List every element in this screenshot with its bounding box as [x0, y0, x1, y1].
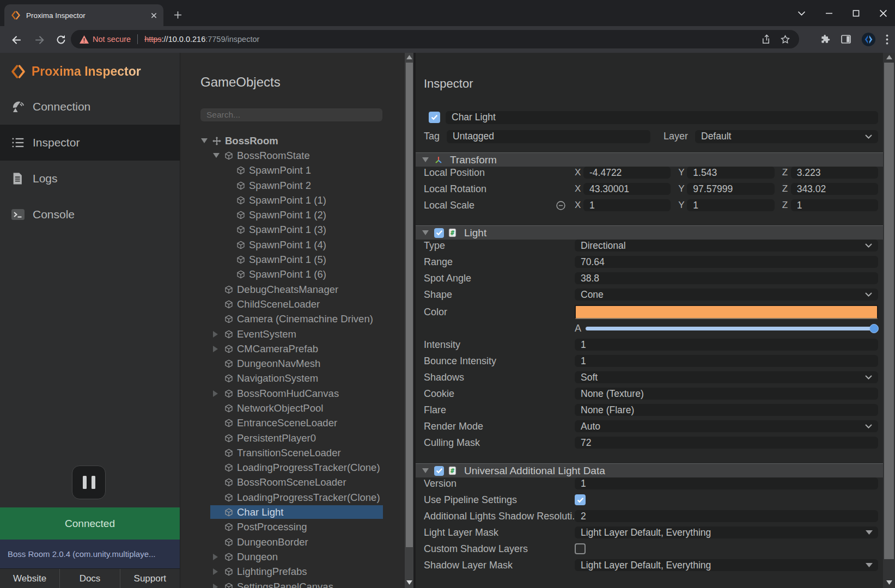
collapse-arrow-icon[interactable] — [213, 568, 224, 575]
tag-field[interactable]: Untagged — [447, 130, 650, 143]
tree-item-networkobjectpool[interactable]: NetworkObjectPool — [180, 401, 405, 415]
tree-item-settingspanelcanvas[interactable]: SettingsPanelCanvas — [180, 579, 405, 588]
tree-item-spawnpoint-2[interactable]: SpawnPoint 2 — [180, 178, 405, 193]
tree-scrollbar[interactable] — [405, 53, 414, 588]
collapse-arrow-icon[interactable] — [213, 331, 224, 338]
tree-item-loadingprogresstracker-clone[interactable]: LoadingProgressTracker(Clone) — [180, 461, 405, 475]
scroll-down-icon[interactable] — [405, 580, 414, 585]
layer-select[interactable]: Default — [695, 130, 878, 143]
window-maximize-button[interactable] — [853, 10, 860, 17]
tree-item-loadingprogresstracker-clone[interactable]: LoadingProgressTracker(Clone) — [180, 490, 405, 505]
value-field[interactable]: 72 — [575, 437, 878, 449]
value-field[interactable]: 70.64 — [575, 256, 878, 268]
tree-item-entrancesceneloader[interactable]: EntranceSceneLoader — [180, 416, 405, 431]
tree-item-childsceneloader[interactable]: ChildSceneLoader — [180, 297, 405, 311]
value-select[interactable]: Directional — [575, 240, 878, 252]
new-tab-button[interactable] — [170, 7, 185, 22]
extension-avatar-icon[interactable] — [861, 32, 876, 47]
tree-item-spawnpoint-1-3[interactable]: SpawnPoint 1 (3) — [180, 223, 405, 237]
axis-field-x[interactable]: 43.30001 — [583, 183, 671, 195]
value-field[interactable]: None (Flare) — [575, 404, 878, 416]
tab-close-icon[interactable] — [151, 13, 157, 19]
value-field[interactable]: 1 — [575, 477, 878, 489]
axis-field-y[interactable]: 1 — [687, 199, 774, 211]
property-checkbox[interactable] — [575, 543, 586, 554]
window-close-button[interactable] — [879, 9, 887, 17]
axis-field-z[interactable]: 3.223 — [791, 167, 878, 179]
value-select[interactable]: Auto — [575, 420, 878, 432]
sidebar-item-connection[interactable]: Connection — [0, 89, 180, 125]
collapse-arrow-icon[interactable] — [213, 554, 224, 560]
axis-field-z[interactable]: 343.02 — [791, 183, 878, 195]
tree-item-lightingprefabs[interactable]: LightingPrefabs — [180, 565, 405, 579]
sidebar-item-inspector[interactable]: Inspector — [0, 125, 180, 161]
scroll-up-icon[interactable] — [883, 55, 895, 59]
tree-item-bossroomhudcanvas[interactable]: BossRoomHudCanvas — [180, 386, 405, 401]
tree-item-camera-cinemachine-driven[interactable]: Camera (Cinemachine Driven) — [180, 312, 405, 327]
pause-button[interactable] — [72, 465, 106, 499]
value-select[interactable]: Cone — [575, 289, 878, 301]
component-enabled-checkbox[interactable] — [434, 466, 444, 476]
tree-item-eventsystem[interactable]: EventSystem — [180, 327, 405, 341]
reload-button[interactable] — [54, 33, 68, 46]
component-enabled-checkbox[interactable] — [434, 228, 444, 238]
link-icon[interactable] — [556, 200, 566, 211]
tree-item-dungeon[interactable]: Dungeon — [180, 549, 405, 564]
share-icon[interactable] — [761, 34, 771, 45]
value-field[interactable]: None (Texture) — [575, 388, 878, 400]
tree-item-bossroomsceneloader[interactable]: BossRoomSceneLoader — [180, 475, 405, 490]
sidebar-item-console[interactable]: Console — [0, 197, 180, 232]
value-select[interactable]: Light Layer Default, Everything — [575, 526, 878, 538]
collapse-arrow-icon[interactable] — [213, 346, 224, 352]
footer-link-support[interactable]: Support — [120, 569, 180, 588]
tree-item-spawnpoint-1-1[interactable]: SpawnPoint 1 (1) — [180, 193, 405, 207]
collapse-arrow-icon[interactable] — [213, 584, 224, 588]
tree-item-bossroomstate[interactable]: BossRoomState — [180, 148, 405, 163]
footer-link-docs[interactable]: Docs — [60, 569, 120, 588]
tree-item-navigationsystem[interactable]: NavigationSystem — [180, 371, 405, 386]
side-panel-icon[interactable] — [841, 34, 851, 45]
collapse-arrow-icon[interactable] — [213, 390, 224, 397]
tree-item-spawnpoint-1-4[interactable]: SpawnPoint 1 (4) — [180, 237, 405, 252]
gameobject-name-field[interactable]: Char Light — [446, 111, 878, 124]
value-field[interactable]: 1 — [575, 355, 878, 367]
axis-field-y[interactable]: 97.57999 — [687, 183, 774, 195]
value-select[interactable]: Light Layer Default, Everything — [575, 559, 878, 571]
color-swatch[interactable] — [575, 305, 878, 319]
expand-arrow-icon[interactable] — [201, 138, 212, 143]
value-field[interactable]: 38.8 — [575, 272, 878, 284]
collapse-triangle-icon[interactable] — [422, 157, 434, 162]
axis-field-y[interactable]: 1.543 — [687, 167, 774, 179]
tree-item-spawnpoint-1[interactable]: SpawnPoint 1 — [180, 163, 405, 178]
expand-arrow-icon[interactable] — [213, 153, 224, 158]
tab-search-icon[interactable] — [797, 11, 806, 16]
axis-field-x[interactable]: -4.4722 — [583, 167, 671, 179]
footer-link-website[interactable]: Website — [0, 569, 60, 588]
axis-field-z[interactable]: 1 — [791, 199, 878, 211]
value-field[interactable]: 2 — [575, 510, 878, 522]
scroll-down-icon[interactable] — [883, 580, 895, 585]
sidebar-item-logs[interactable]: Logs — [0, 161, 180, 197]
gameobject-enabled-checkbox[interactable] — [429, 112, 440, 123]
browser-tab[interactable]: Proxima Inspector — [4, 4, 163, 26]
alpha-slider[interactable] — [586, 327, 878, 330]
tree-item-char-light[interactable]: Char Light — [180, 505, 405, 519]
tree-item-spawnpoint-1-2[interactable]: SpawnPoint 1 (2) — [180, 207, 405, 222]
address-bar[interactable]: Not secure https :// 10.0.0.216 :7759/in… — [71, 30, 799, 48]
tree-item-spawnpoint-1-6[interactable]: SpawnPoint 1 (6) — [180, 267, 405, 282]
tree-item-bossroom[interactable]: BossRoom — [180, 133, 405, 148]
value-select[interactable]: Soft — [575, 371, 878, 383]
inspector-scrollbar-thumb[interactable] — [884, 63, 894, 559]
search-input[interactable] — [200, 108, 382, 121]
component-header-light[interactable]: #Light — [416, 225, 883, 240]
axis-field-x[interactable]: 1 — [583, 199, 671, 211]
back-button[interactable] — [10, 33, 23, 46]
collapse-triangle-icon[interactable] — [422, 468, 434, 473]
tree-item-debugcheatsmanager[interactable]: DebugCheatsManager — [180, 282, 405, 297]
component-header-universal-additional-light-data[interactable]: #Universal Additional Light Data — [416, 463, 883, 477]
slider-handle[interactable] — [869, 324, 879, 333]
tree-item-dungeonnavmesh[interactable]: DungeonNavMesh — [180, 356, 405, 371]
component-header-transform[interactable]: Transform — [416, 152, 883, 167]
tree-item-dungeonborder[interactable]: DungeonBorder — [180, 535, 405, 549]
inspector-scrollbar[interactable] — [883, 53, 895, 588]
